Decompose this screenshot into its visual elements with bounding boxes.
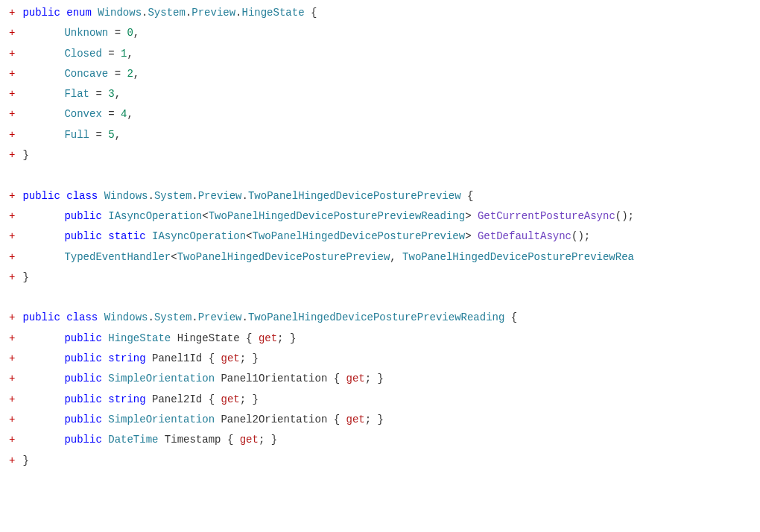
diff-plus: + [9,227,16,247]
diff-plus: + [9,206,16,227]
diff-plus: + [9,186,16,206]
close-brace: } [22,271,28,283]
namespace-part: System [148,7,185,19]
code-line: + public static IAsyncOperation<TwoPanel… [0,227,760,247]
namespace-part: Preview [191,7,235,19]
diff-plus: + [9,104,16,124]
diff-plus: + [9,64,16,84]
code-line: + Unknown = 0, [0,23,760,43]
code-line: + public class Windows.System.Preview.Tw… [0,186,760,206]
enum-value: 0 [127,27,133,39]
keyword-get: get [259,332,277,344]
property-name: HingeState [177,332,240,344]
diff-plus: + [9,308,16,328]
property-type: HingeState [108,332,171,344]
enum-value: 3 [108,88,114,100]
method-name: GetCurrentPostureAsync [478,210,615,222]
close-brace: } [22,149,28,161]
blank-line [0,288,760,308]
property-name: Timestamp [165,434,221,446]
keyword-public: public [22,190,60,202]
code-line: + public IAsyncOperation<TwoPanelHingedD… [0,206,760,227]
diff-plus: + [9,3,16,23]
keyword-enum: enum [66,7,92,19]
code-line: + Full = 5, [0,125,760,145]
code-line: + public SimpleOrientation Panel2Orienta… [0,410,760,430]
diff-plus: + [9,84,16,104]
code-line: + } [0,145,760,165]
code-line: + Convex = 4, [0,104,760,124]
code-line: + public string Panel2Id { get; } [0,390,760,410]
property-type: SimpleOrientation [108,414,215,425]
diff-plus: + [9,145,16,165]
diff-plus: + [9,44,16,64]
code-line: + Concave = 2, [0,64,760,84]
enum-member: Unknown [64,27,108,39]
property-name: Panel1Id [152,352,202,364]
code-line: + public class Windows.System.Preview.Tw… [0,308,760,328]
close-brace: } [22,455,28,466]
class-name: TwoPanelHingedDevicePosturePreviewReadin… [248,311,504,323]
keyword-static: static [108,230,145,242]
property-type: string [108,352,145,364]
diff-plus: + [9,247,16,267]
namespace-part: Windows [98,7,142,19]
code-line: + } [0,267,760,288]
code-line: + TypedEventHandler<TwoPanelHingedDevice… [0,247,760,267]
method-name: GetDefaultAsync [478,230,571,242]
property-type: SimpleOrientation [108,373,215,384]
code-line: + public enum Windows.System.Preview.Hin… [0,3,760,23]
property-name: Panel1Orientation [221,373,327,384]
code-line: + Flat = 3, [0,84,760,104]
code-line: + public DateTime Timestamp { get; } [0,430,760,450]
enum-name: HingeState [242,7,305,19]
enum-member: Concave [64,68,108,80]
class-name: TwoPanelHingedDevicePosturePreview [248,190,461,202]
code-line: + public string Panel1Id { get; } [0,349,760,369]
keyword-public: public [22,7,60,19]
code-line: + public SimpleOrientation Panel1Orienta… [0,369,760,389]
blank-line [0,165,760,186]
property-name: Panel2Orientation [221,414,327,425]
property-type: string [108,393,145,405]
diff-plus: + [9,451,16,471]
diff-plus: + [9,267,16,288]
diff-plus: + [9,125,16,145]
enum-member: Closed [64,48,101,60]
open-brace: { [311,7,317,19]
enum-member: Convex [64,108,101,120]
enum-member: Full [64,129,89,141]
enum-value: 5 [108,129,114,141]
code-line: + public HingeState HingeState { get; } [0,329,760,349]
enum-value: 2 [127,68,133,80]
property-type: DateTime [108,434,158,446]
code-line: + } [0,451,760,471]
code-line: + Closed = 1, [0,44,760,64]
diff-plus: + [9,23,16,43]
enum-member: Flat [64,88,89,100]
property-name: Panel2Id [152,393,202,405]
keyword-class: class [66,190,98,202]
